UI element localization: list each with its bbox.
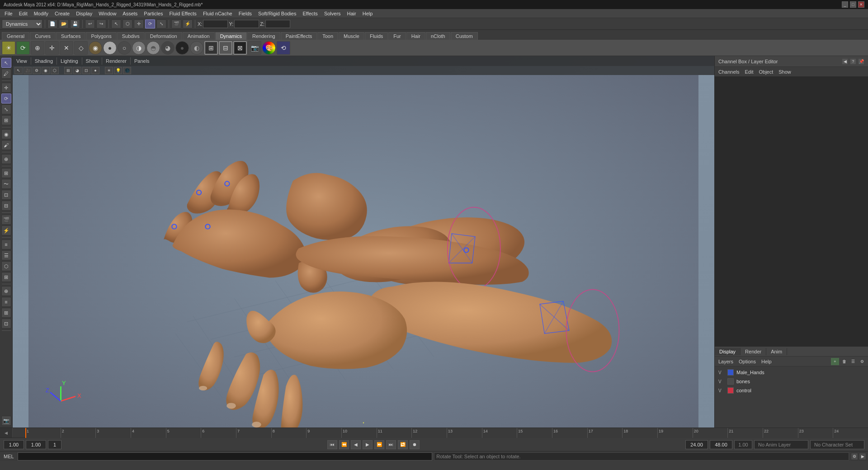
list-item[interactable]: V bones [717, 377, 866, 385]
ipr-btn[interactable]: ⚡ [183, 19, 193, 28]
layer-color-0[interactable] [727, 369, 734, 376]
rotate-tool-left[interactable]: ⟳ [1, 94, 11, 103]
mel-icon2[interactable]: ▶ [859, 453, 866, 460]
scale-tool-left[interactable]: ⤡ [1, 104, 11, 114]
viewport-content[interactable]: X Y Z [13, 75, 714, 428]
minimize-button[interactable]: _ [842, 1, 848, 8]
ch-menu-object[interactable]: Object [757, 69, 775, 75]
shelf-icon-dark3[interactable]: ◐ [190, 41, 203, 55]
hypergraph-btn[interactable]: ⬡ [1, 261, 11, 271]
record-btn[interactable]: ⏺ [410, 440, 420, 449]
ch-menu-channels[interactable]: Channels [717, 69, 741, 75]
layer-color-2[interactable] [727, 387, 734, 394]
layer-tab-anim[interactable]: Anim [766, 348, 787, 355]
shelf-tab-subdivs[interactable]: Subdivs [117, 32, 145, 40]
play-btn[interactable]: ▶ [363, 440, 373, 449]
shelf-tab-fur[interactable]: Fur [388, 32, 406, 40]
unknown1[interactable]: ⊕ [1, 286, 11, 296]
shelf-tab-polygons[interactable]: Polygons [86, 32, 116, 40]
menu-edit[interactable]: Edit [16, 10, 30, 17]
outliner-btn[interactable]: ⊞ [1, 272, 11, 282]
menu-fluid-ncache[interactable]: Fluid nCache [200, 10, 235, 17]
shelf-icon-sphere5[interactable]: ◓ [146, 41, 160, 55]
menu-help[interactable]: Help [360, 10, 376, 17]
shelf-tab-ncloth[interactable]: nCloth [426, 32, 450, 40]
ipr-left[interactable]: ⚡ [1, 226, 11, 235]
lasso-tool-btn[interactable]: ⬡ [123, 19, 132, 28]
shelf-icon-sun[interactable]: ☀ [2, 41, 15, 55]
vp-menu-view[interactable]: View [14, 58, 29, 64]
menu-display[interactable]: Display [73, 10, 95, 17]
shelf-tab-toon[interactable]: Toon [317, 32, 338, 40]
window-controls[interactable]: _ □ ✕ [842, 1, 864, 8]
y-input[interactable] [234, 20, 259, 28]
shelf-icon-rotate-lasso[interactable]: ⟳ [16, 41, 30, 55]
vp2-render-btn[interactable]: ⚙ [33, 67, 41, 74]
vp2-shading-btn[interactable]: ⬡ [51, 67, 59, 74]
shelf-tab-rendering[interactable]: Rendering [247, 32, 280, 40]
shelf-tab-deformation[interactable]: Deformation [145, 32, 182, 40]
layer-delete-btn[interactable]: 🗑 [840, 358, 848, 365]
unknown2[interactable]: ≡ [1, 297, 11, 307]
shelf-icon-sphere2[interactable]: ● [103, 41, 117, 55]
shelf-tab-dynamics[interactable]: Dynamics [215, 32, 247, 40]
scale-tool-btn[interactable]: ⤡ [156, 19, 166, 28]
vp-menu-renderer[interactable]: Renderer [104, 58, 128, 64]
vp2-wire-btn[interactable]: ⊞ [64, 67, 72, 74]
menu-fields[interactable]: Fields [236, 10, 255, 17]
anim-layer-selector[interactable]: No Anim Layer [754, 440, 808, 449]
vp2-cam-btn[interactable]: 🎥 [24, 67, 32, 74]
mel-icon1[interactable]: ⚙ [851, 453, 858, 460]
range-start-field[interactable] [685, 440, 708, 449]
vp2-light2-btn[interactable]: 💡 [114, 67, 122, 74]
move-tool-left[interactable]: ✛ [1, 83, 11, 93]
shelf-tab-fluids[interactable]: Fluids [365, 32, 388, 40]
shelf-tab-surfaces[interactable]: Surfaces [56, 32, 85, 40]
unknown4[interactable]: ⊡ [1, 319, 11, 329]
shelf-icon-sphere3[interactable]: ○ [118, 41, 131, 55]
vp2-solid-btn[interactable]: ● [91, 67, 99, 74]
vp2-select-btn[interactable]: ↖ [14, 67, 23, 74]
channel-box-btn[interactable]: ☰ [1, 250, 11, 260]
snap-grid[interactable]: ⊞ [1, 168, 11, 178]
layer-visibility-0[interactable]: V [718, 370, 725, 375]
char-set-selector[interactable]: No Character Set [810, 440, 864, 449]
start-frame-field[interactable] [4, 440, 24, 449]
open-scene-btn[interactable]: 📂 [59, 19, 69, 28]
menu-solvers[interactable]: Solvers [321, 10, 344, 17]
z-input[interactable] [265, 20, 290, 28]
shelf-icon-camera[interactable]: 📷 [248, 41, 261, 55]
rotate-tool-btn[interactable]: ⟳ [145, 19, 155, 28]
shelf-tab-painteffects[interactable]: PaintEffects [281, 32, 317, 40]
step-fwd-btn[interactable]: ⏩ [374, 440, 384, 449]
ch-menu-edit[interactable]: Edit [743, 69, 755, 75]
end-frame-field[interactable] [48, 440, 61, 449]
list-item[interactable]: V control [717, 386, 866, 395]
menu-hair[interactable]: Hair [344, 10, 359, 17]
shelf-icon-frame2[interactable]: ⊟ [219, 41, 232, 55]
paint-tool[interactable]: 🖊 [1, 69, 11, 79]
menu-particles[interactable]: Particles [141, 10, 165, 17]
channel-box-left-icon[interactable]: ◀ [842, 58, 848, 65]
vp-menu-show[interactable]: Show [84, 58, 100, 64]
select-tool[interactable]: ↖ [1, 58, 11, 68]
loop-btn[interactable]: 🔁 [398, 440, 408, 449]
range-end-field[interactable] [710, 440, 732, 449]
layer-visibility-2[interactable]: V [718, 388, 725, 393]
shelf-tab-muscle[interactable]: Muscle [339, 32, 364, 40]
timeline-side-btn[interactable]: ◀ [0, 428, 13, 437]
universal-manip[interactable]: ⊞ [1, 115, 11, 125]
shelf-icon-cross[interactable]: ⊕ [31, 41, 44, 55]
shelf-icon-rotate2[interactable]: ⟲ [277, 41, 290, 55]
menu-file[interactable]: File [2, 10, 15, 17]
redo-btn[interactable]: ↪ [96, 19, 106, 28]
options-menu[interactable]: Options [737, 358, 758, 365]
timeline-ruler[interactable]: 123456789101112131415161718192021222324 [25, 428, 868, 438]
new-scene-btn[interactable]: 📄 [47, 19, 57, 28]
channel-box-pin-icon[interactable]: 📌 [858, 58, 864, 65]
snap-point[interactable]: ⊡ [1, 190, 11, 200]
vp2-light1-btn[interactable]: ☀ [105, 67, 113, 74]
soft-select[interactable]: ◉ [1, 129, 11, 139]
shelf-tab-hair[interactable]: Hair [406, 32, 425, 40]
shelf-icon-frame[interactable]: ⊞ [204, 41, 218, 55]
